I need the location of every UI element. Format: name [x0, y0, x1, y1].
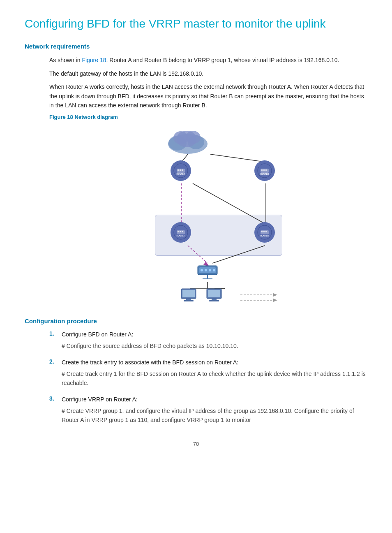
- svg-rect-37: [178, 231, 179, 232]
- svg-point-49: [201, 269, 203, 271]
- svg-rect-44: [263, 231, 265, 232]
- step-2-content: Create the track entry to associate with…: [62, 358, 367, 388]
- svg-rect-57: [186, 299, 191, 300]
- svg-rect-31: [261, 169, 263, 171]
- svg-rect-27: [182, 169, 183, 171]
- step-2-number: 2.: [49, 358, 57, 365]
- svg-rect-45: [265, 231, 267, 232]
- router-a-lan: ROUTER: [171, 222, 191, 243]
- svg-rect-61: [212, 299, 217, 300]
- svg-rect-38: [180, 231, 181, 232]
- step-3-number: 3.: [49, 395, 57, 402]
- svg-rect-26: [180, 169, 181, 171]
- svg-rect-62: [209, 300, 219, 301]
- step-2-detail: # Create track entry 1 for the BFD sessi…: [62, 369, 367, 388]
- svg-rect-25: [178, 169, 179, 171]
- step-3-content: Configure VRRP on Router A: # Create VRR…: [62, 395, 367, 425]
- svg-rect-58: [184, 300, 194, 301]
- svg-rect-43: [261, 231, 263, 232]
- figure-caption: Figure 18 Network diagram: [49, 114, 367, 120]
- svg-text:ROUTER: ROUTER: [260, 173, 269, 175]
- step-1-detail: # Configure the source address of BFD ec…: [62, 341, 367, 350]
- svg-text:ROUTER: ROUTER: [176, 234, 185, 237]
- pc-left-icon: [180, 288, 198, 306]
- svg-marker-16: [273, 299, 277, 302]
- svg-point-50: [205, 269, 207, 271]
- svg-rect-39: [182, 231, 183, 232]
- router-b-uplink: ROUTER: [254, 160, 275, 181]
- svg-point-22: [186, 131, 201, 144]
- para-2: The default gateway of the hosts in the …: [49, 69, 367, 78]
- step-2: 2. Create the track entry to associate w…: [49, 358, 367, 388]
- network-requirements-heading: Network requirements: [25, 43, 367, 50]
- pc-right-icon: [205, 288, 223, 306]
- svg-rect-56: [182, 290, 195, 297]
- network-requirements-content: As shown in Figure 18, Router A and Rout…: [49, 56, 367, 110]
- router-a-uplink: ROUTER: [171, 160, 191, 181]
- configuration-procedure-section: Configuration procedure 1. Configure BFD…: [25, 317, 367, 424]
- diagram-container: ROUTER ROUTER: [25, 124, 367, 305]
- page-title: Configuring BFD for the VRRP master to m…: [25, 16, 367, 31]
- svg-rect-60: [208, 290, 220, 297]
- network-diagram: ROUTER ROUTER: [101, 124, 291, 305]
- switch-icon: [197, 262, 218, 283]
- svg-rect-32: [263, 169, 265, 171]
- svg-rect-33: [265, 169, 267, 171]
- step-3-title: Configure VRRP on Router A:: [62, 395, 367, 404]
- step-1-number: 1.: [49, 330, 57, 337]
- para-3: When Router A works correctly, hosts in …: [49, 82, 367, 110]
- page-number: 70: [25, 441, 367, 447]
- svg-text:ROUTER: ROUTER: [260, 234, 269, 237]
- step-1: 1. Configure BFD on Router A: # Configur…: [49, 330, 367, 350]
- svg-marker-14: [273, 293, 277, 297]
- router-b-lan: ROUTER: [254, 222, 275, 243]
- step-1-content: Configure BFD on Router A: # Configure t…: [62, 330, 367, 350]
- para-1: As shown in Figure 18, Router A and Rout…: [49, 56, 367, 65]
- svg-text:ROUTER: ROUTER: [176, 173, 185, 175]
- step-3: 3. Configure VRRP on Router A: # Create …: [49, 395, 367, 425]
- step-list: 1. Configure BFD on Router A: # Configur…: [49, 330, 367, 424]
- step-3-detail: # Create VRRP group 1, and configure the…: [62, 406, 367, 425]
- figure-18-link[interactable]: Figure 18: [82, 57, 106, 63]
- step-1-title: Configure BFD on Router A:: [62, 330, 367, 339]
- svg-point-52: [213, 269, 215, 271]
- svg-point-51: [209, 269, 211, 271]
- cloud-icon: [165, 127, 210, 154]
- configuration-procedure-heading: Configuration procedure: [25, 317, 367, 324]
- step-2-title: Create the track entry to associate with…: [62, 358, 367, 367]
